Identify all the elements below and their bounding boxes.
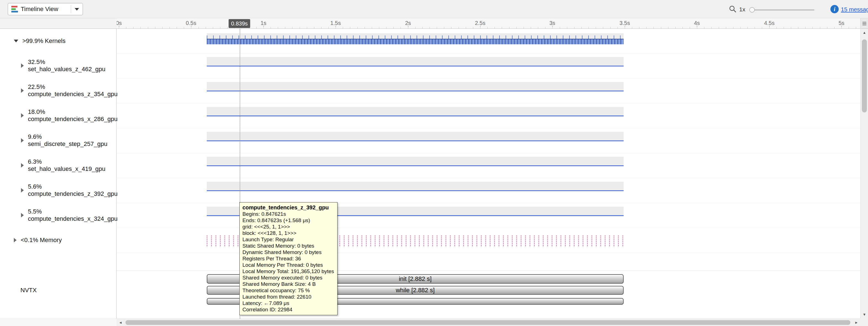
row-separator	[117, 103, 860, 103]
sidebar-item-kernel-1[interactable]: 32.5% set_halo_values_z_462_gpu	[0, 59, 116, 72]
kernel-track-6[interactable]	[207, 182, 624, 191]
tooltip-line: Shared Memory Bank Size: 4 B	[242, 281, 334, 287]
zoom-slider[interactable]	[750, 9, 814, 10]
chevron-right-icon[interactable]	[21, 163, 24, 168]
sidebar-item-kernel-2[interactable]: 22.5% compute_tendencies_z_354_gpu	[0, 84, 116, 97]
tooltip-line: Registers Per Thread: 36	[242, 255, 334, 262]
zoom-slider-thumb[interactable]	[749, 7, 755, 12]
ruler-tick	[408, 26, 408, 29]
sidebar-item-kernel-4[interactable]: 9.6% semi_discrete_step_257_gpu	[0, 134, 116, 146]
scrollbar-corner-button[interactable]	[860, 18, 868, 29]
zoom-level-label: 1x	[739, 6, 745, 13]
kernel-tooltip: compute_tendencies_z_392_gpu Begins: 0.8…	[239, 202, 338, 315]
horizontal-scrollbar[interactable]: ◄ ►	[117, 319, 860, 326]
timeline-view-icon	[11, 6, 18, 12]
tooltip-line: Launch Type: Regular	[242, 236, 334, 243]
row-tree-sidebar: >99.9% Kernels 32.5% set_halo_values_z_4…	[0, 29, 117, 319]
ruler-tick	[625, 26, 625, 29]
scroll-up-icon[interactable]: ▲	[861, 29, 868, 36]
chevron-right-icon[interactable]	[21, 113, 24, 118]
kernels-summary-bar[interactable]	[207, 39, 624, 44]
chevron-right-icon[interactable]	[21, 88, 24, 93]
tooltip-line: Begins: 0.847621s	[242, 211, 334, 217]
row-separator	[117, 128, 860, 128]
sidebar-item-kernel-5[interactable]: 6.3% set_halo_values_x_419_gpu	[0, 159, 116, 171]
tooltip-line: Ends: 0.847623s (+1.568 μs)	[242, 217, 334, 223]
horizontal-scrollbar-thumb[interactable]	[125, 320, 850, 325]
row-label: 5.6% compute_tendencies_z_392_gpu	[28, 183, 118, 197]
ruler-tick	[769, 26, 770, 29]
scroll-left-icon[interactable]: ◄	[117, 319, 124, 326]
row-label: NVTX	[21, 287, 37, 294]
tooltip-line: Latency: ←7.089 μs	[242, 300, 334, 306]
kernel-track-4[interactable]	[207, 132, 624, 141]
vertical-scrollbar-thumb[interactable]	[862, 39, 867, 112]
ruler-tick	[119, 26, 119, 29]
tooltip-line: Local Memory Total: 191,365,120 bytes	[242, 268, 334, 274]
tooltip-line: Theoretical occupancy: 75 %	[242, 287, 334, 294]
chevron-down-icon[interactable]	[14, 39, 18, 43]
list-icon	[863, 22, 866, 25]
bottom-right-corner	[860, 319, 868, 326]
view-selector-dropdown[interactable]: Timeline View	[8, 3, 83, 15]
vertical-scrollbar[interactable]: ▲ ▼	[860, 29, 868, 319]
kernel-track-2[interactable]	[207, 82, 624, 91]
row-label: 18.0% compute_tendencies_x_286_gpu	[28, 108, 118, 123]
tooltip-line: Shared Memory executed: 0 bytes	[242, 274, 334, 281]
nvtx-section-separator	[117, 270, 860, 271]
ruler-tick	[191, 26, 191, 29]
messages-link[interactable]: 15 messages	[841, 6, 868, 13]
chevron-right-icon[interactable]	[21, 188, 24, 192]
zoom-cluster: 1x i 15 messages	[727, 0, 868, 18]
row-separator	[117, 153, 860, 153]
tooltip-line: Correlation ID: 22984	[242, 306, 334, 313]
tooltip-line: block: <<<128, 1, 1>>>	[242, 230, 334, 236]
chevron-down-icon	[75, 8, 79, 10]
chevron-right-icon[interactable]	[21, 213, 24, 217]
ruler-tick-label: 0s	[117, 20, 122, 26]
kernels-sparse-ticks	[207, 35, 624, 39]
ruler-corner	[0, 18, 117, 29]
timeline-canvas[interactable]: init [2.882 s] while [2.882 s]	[117, 29, 860, 319]
timeline-ruler[interactable]: 0s 0.5s 1s 1.5s 2s 2.5s 3s 3.5s 4s 4.5s …	[117, 18, 860, 29]
sidebar-item-kernel-6[interactable]: 5.6% compute_tendencies_z_392_gpu	[0, 184, 116, 196]
tooltip-title: compute_tendencies_z_392_gpu	[242, 205, 334, 211]
nvtx-range-label: while [2.882 s]	[396, 287, 435, 294]
time-marker-label: 0.839s	[228, 19, 250, 28]
magnifier-icon	[729, 5, 737, 13]
tooltip-line: Dynamic Shared Memory: 0 bytes	[242, 249, 334, 255]
toolbar: Timeline View 1x i 15 messages	[0, 0, 868, 18]
sidebar-item-kernel-3[interactable]: 18.0% compute_tendencies_x_286_gpu	[0, 109, 116, 121]
row-label: 22.5% compute_tendencies_z_354_gpu	[28, 83, 118, 98]
kernel-track-1[interactable]	[207, 57, 624, 66]
kernel-track-3[interactable]	[207, 107, 624, 116]
bottom-left-corner	[0, 319, 117, 326]
row-label: 6.3% set_halo_values_x_419_gpu	[28, 158, 116, 172]
sidebar-item-kernels[interactable]: >99.9% Kernels	[0, 35, 116, 47]
row-label: >99.9% Kernels	[22, 37, 65, 45]
row-separator	[117, 78, 860, 78]
info-icon[interactable]: i	[830, 5, 839, 13]
ruler-tick	[841, 26, 842, 29]
ruler-tick	[552, 26, 553, 29]
sidebar-item-nvtx[interactable]: NVTX	[0, 284, 116, 296]
row-label: 9.6% semi_discrete_step_257_gpu	[28, 133, 116, 147]
chevron-right-icon[interactable]	[21, 138, 24, 143]
nvtx-range-label: init [2.882 s]	[399, 275, 432, 282]
tooltip-line: Local Memory Per Thread: 0 bytes	[242, 262, 334, 268]
tooltip-line: Static Shared Memory: 0 bytes	[242, 243, 334, 249]
scroll-right-icon[interactable]: ►	[852, 319, 860, 326]
chevron-right-icon[interactable]	[14, 238, 17, 242]
chevron-right-icon[interactable]	[21, 63, 24, 68]
sidebar-item-kernel-7[interactable]: 5.5% compute_tendencies_x_324_gpu	[0, 209, 116, 221]
ruler-tick	[480, 26, 480, 29]
scroll-down-icon[interactable]: ▼	[861, 311, 868, 319]
ruler-tick	[336, 26, 336, 29]
row-label: 32.5% set_halo_values_z_462_gpu	[28, 58, 116, 73]
sidebar-item-memory[interactable]: <0.1% Memory	[0, 234, 116, 246]
tooltip-line: grid: <<<25, 1, 1>>>	[242, 223, 334, 230]
kernel-track-5[interactable]	[207, 157, 624, 166]
row-label: <0.1% Memory	[21, 237, 62, 244]
dropdown-caret-button[interactable]	[71, 8, 83, 10]
tooltip-line: Launched from thread: 22610	[242, 294, 334, 300]
